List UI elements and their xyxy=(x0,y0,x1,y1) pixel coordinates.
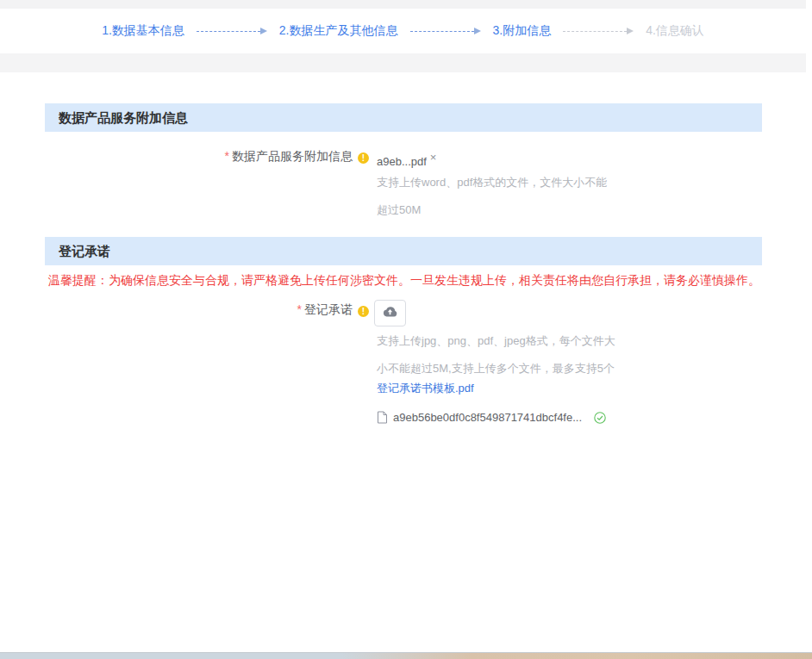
step-arrow-icon xyxy=(563,28,634,34)
step-production-info[interactable]: 2.数据生产及其他信息 xyxy=(279,23,398,39)
step-additional-info[interactable]: 3.附加信息 xyxy=(493,23,552,39)
upload-hint-text: 支持上传jpg、png、pdf、jpeg格式，每个文件大 小不能超过5M,支持上… xyxy=(377,327,615,382)
required-asterisk: * xyxy=(225,149,229,163)
uploaded-file-chip: a9eb...pdf× xyxy=(377,155,436,168)
upload-success-icon xyxy=(594,412,606,424)
uploaded-file-name: a9eb56be0df0c8f549871741dbcf4fe... xyxy=(393,411,582,424)
header-divider-band xyxy=(0,53,806,72)
step-basic-info[interactable]: 1.数据基本信息 xyxy=(102,23,184,39)
field-label-additional-service-info: *数据产品服务附加信息! xyxy=(102,149,369,165)
step-arrow-icon xyxy=(197,28,267,34)
remove-file-icon[interactable]: × xyxy=(430,151,437,164)
uploaded-file-row[interactable]: a9eb56be0df0c8f549871741dbcf4fe... xyxy=(377,411,606,424)
section-title-registration-commitment: 登记承诺 xyxy=(45,237,762,265)
upload-hint-text: 支持上传word、pdf格式的文件，文件大小不能 超过50M xyxy=(377,169,607,224)
document-icon xyxy=(377,411,388,424)
cloud-upload-icon xyxy=(382,305,398,321)
template-download-link[interactable]: 登记承诺书模板.pdf xyxy=(377,381,474,396)
top-divider xyxy=(0,0,806,9)
desktop-edge-strip xyxy=(0,652,812,659)
required-asterisk: * xyxy=(297,302,302,316)
info-warning-icon: ! xyxy=(358,152,369,164)
step-confirm-info[interactable]: 4.信息确认 xyxy=(646,23,704,39)
step-indicator: 1.数据基本信息 2.数据生产及其他信息 3.附加信息 4.信息确认 xyxy=(0,9,806,53)
step-arrow-icon xyxy=(410,28,481,34)
field-label-registration-commitment: *登记承诺! xyxy=(102,302,369,318)
scrollbar-track[interactable] xyxy=(806,0,812,652)
registration-wizard-page: 1.数据基本信息 2.数据生产及其他信息 3.附加信息 4.信息确认 数据产品服… xyxy=(0,0,812,659)
security-warning-text: 温馨提醒：为确保信息安全与合规，请严格避免上传任何涉密文件。一旦发生违规上传，相… xyxy=(48,273,764,289)
upload-button[interactable] xyxy=(374,300,406,326)
footer-button-bar: 暂存 取消 上一步 下一步 xyxy=(0,613,812,652)
uploaded-file-name: a9eb...pdf xyxy=(377,155,427,168)
info-warning-icon: ! xyxy=(358,306,369,317)
section-title-additional-service-info: 数据产品服务附加信息 xyxy=(45,103,762,132)
